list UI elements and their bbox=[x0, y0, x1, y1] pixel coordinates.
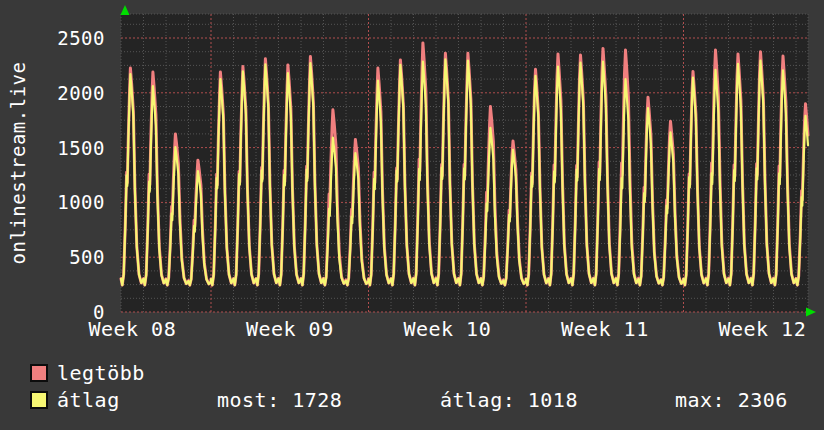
legend-label-legtobb: legtöbb bbox=[57, 362, 145, 385]
legend-label-atlag: átlag bbox=[57, 389, 120, 412]
y-axis-tick-label: 2000 bbox=[25, 82, 105, 104]
stat-max: max: 2306 bbox=[675, 389, 788, 412]
stat-atlag: átlag: 1018 bbox=[440, 389, 578, 412]
y-axis-tick-label: 2500 bbox=[25, 27, 105, 49]
x-axis-tick-label: Week 12 bbox=[718, 318, 806, 340]
y-axis-tick-label: 1000 bbox=[25, 191, 105, 213]
legend-swatch-atlag bbox=[30, 391, 48, 409]
y-axis-arrow-icon bbox=[121, 5, 130, 15]
y-axis-tick-label: 1500 bbox=[25, 137, 105, 159]
legend-swatch-legtobb bbox=[30, 364, 48, 382]
x-axis-tick-label: Week 10 bbox=[403, 318, 491, 340]
y-axis-tick-label: 500 bbox=[25, 246, 105, 268]
x-axis-tick-label: Week 08 bbox=[88, 318, 176, 340]
stat-most: most: 1728 bbox=[217, 389, 342, 412]
x-axis-tick-label: Week 11 bbox=[561, 318, 649, 340]
rrd-graph: onlinestream.live 05001000150020002500We… bbox=[0, 0, 824, 430]
x-axis-arrow-icon bbox=[806, 308, 816, 317]
x-axis-tick-label: Week 09 bbox=[246, 318, 334, 340]
